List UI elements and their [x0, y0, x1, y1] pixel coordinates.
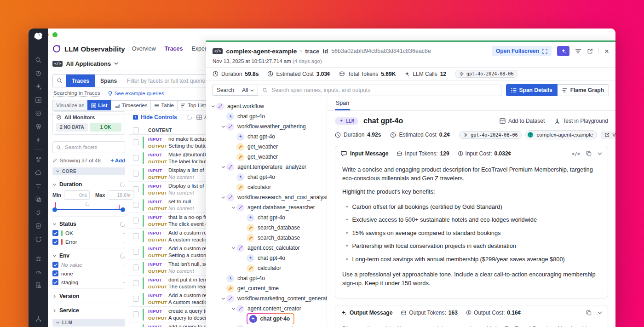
row-checkbox[interactable]	[133, 218, 139, 224]
tab-overview[interactable]: Overview	[132, 44, 156, 54]
copy-icon[interactable]	[586, 310, 592, 316]
apm-icon[interactable]	[35, 183, 42, 189]
row-checkbox[interactable]	[133, 249, 139, 255]
facet-option-staging[interactable]: staging–	[52, 278, 125, 287]
search-icon[interactable]	[35, 57, 42, 63]
checkbox-checked[interactable]	[52, 270, 58, 276]
content-column-header[interactable]: CONTENT	[148, 128, 172, 133]
bits-ai-icon[interactable]	[35, 83, 42, 90]
service-map-icon[interactable]	[35, 209, 42, 216]
span-search-input[interactable]	[270, 86, 496, 94]
history-icon[interactable]	[35, 70, 42, 77]
span-tree-item[interactable]: agent.workflow	[206, 101, 327, 111]
row-checkbox[interactable]	[133, 264, 139, 270]
checkbox-checked[interactable]	[52, 279, 58, 285]
hide-controls-button[interactable]: Hide Controls	[132, 114, 177, 120]
chevron-down-icon[interactable]	[220, 165, 226, 169]
cloud-icon[interactable]	[35, 169, 42, 176]
select-all-checkbox[interactable]	[133, 127, 139, 133]
checkbox-checked[interactable]	[52, 230, 58, 236]
model-badge[interactable]: gpt-4o-2024-08-06	[459, 131, 522, 139]
row-checkbox[interactable]	[133, 139, 139, 145]
facet-group-core[interactable]: CORE	[52, 167, 125, 175]
span-tree-item[interactable]: calculator	[206, 263, 327, 273]
span-tree-item[interactable]: get_weather	[206, 152, 327, 162]
flame-graph-view-button[interactable]: Flame Graph	[558, 84, 609, 96]
monitors-icon[interactable]	[35, 110, 42, 117]
chevron-down-icon[interactable]	[230, 206, 236, 210]
open-in-new-icon[interactable]	[587, 48, 593, 54]
bits-ai-button[interactable]	[557, 46, 569, 56]
dashboards-icon[interactable]	[35, 97, 42, 103]
span-tree-item[interactable]: agent.cost_calculator	[206, 243, 327, 253]
span-tree-item[interactable]: chat gpt-4o	[206, 253, 327, 263]
span-tree-item[interactable]: chat gpt-4o	[206, 273, 327, 283]
chevron-down-icon[interactable]	[220, 125, 226, 129]
span-tree-item[interactable]: workflow.weather_gathering	[206, 121, 327, 132]
facet-title[interactable]: Env	[52, 251, 125, 260]
checkbox-checked[interactable]	[52, 262, 58, 268]
span-tree-item[interactable]: agent.temperature_analyzer	[206, 162, 327, 172]
debug-icon[interactable]	[35, 255, 42, 262]
chevron-down-icon[interactable]	[220, 297, 226, 301]
tab-span[interactable]: Span	[335, 97, 350, 110]
span-tree-item[interactable]: workflow.research_and_cost_analysis	[206, 192, 327, 202]
infrastructure-icon[interactable]	[35, 156, 42, 163]
window-zoom-button[interactable]	[52, 32, 58, 37]
duration-slider[interactable]	[52, 201, 125, 214]
view-in-apm-button[interactable]: View in APM	[601, 131, 615, 139]
row-checkbox[interactable]	[133, 233, 139, 239]
model-badge[interactable]: gpt-4o-2024-08-06	[455, 70, 518, 78]
span-tree-item[interactable]: agent.database_researcher	[206, 202, 327, 212]
copy-icon[interactable]	[586, 151, 592, 156]
performance-icon[interactable]	[35, 269, 42, 275]
events-icon[interactable]	[35, 137, 42, 143]
span-tree-item[interactable]: agent.content_creator	[206, 304, 327, 314]
span-tree-item[interactable]: chat gpt-4o	[206, 111, 327, 121]
add-to-dataset-button[interactable]: Add to Dataset	[500, 118, 545, 124]
checkbox-checked[interactable]	[52, 239, 58, 245]
span-details-view-button[interactable]: Span Details	[506, 84, 558, 96]
trace-service-name[interactable]: complex-agent-example	[226, 48, 297, 55]
collapse-icon[interactable]	[598, 152, 602, 155]
security-icon[interactable]	[35, 223, 42, 229]
span-tree-item[interactable]: get_current_time	[206, 283, 327, 293]
chevron-down-icon[interactable]	[230, 307, 236, 311]
tab-traces[interactable]: Traces	[165, 44, 183, 54]
service-badge[interactable]: complex-agent-example	[525, 130, 597, 139]
facet-title[interactable]: Version	[52, 292, 125, 301]
facet-option-no-value[interactable]: No value–	[52, 260, 125, 269]
facet-search-input[interactable]	[64, 144, 121, 150]
span-tree-item[interactable]: search_database	[206, 223, 327, 233]
view-as-code-icon[interactable]: </>	[572, 151, 580, 156]
slider-handle-max[interactable]	[121, 207, 125, 212]
chevron-down-icon[interactable]	[220, 195, 226, 200]
add-facet-button[interactable]: +Add	[110, 157, 125, 164]
filter-scope-traces[interactable]: Traces	[66, 75, 95, 87]
monitors-no-data-badge[interactable]: 2 NO DATA	[56, 123, 88, 132]
example-queries-link[interactable]: See example queries	[108, 91, 164, 96]
close-panel-button[interactable]: ×	[604, 47, 609, 55]
row-checkbox[interactable]	[133, 311, 139, 317]
row-checkbox[interactable]	[133, 280, 139, 286]
integrations-icon[interactable]	[35, 123, 42, 130]
filter-scope-spans[interactable]: Spans	[95, 75, 122, 87]
row-checkbox[interactable]	[133, 171, 139, 177]
span-tree-item[interactable]: search_database	[206, 233, 327, 243]
test-in-playground-button[interactable]: Test in Playground	[555, 118, 608, 124]
datadog-logo-icon[interactable]	[33, 31, 44, 41]
duration-min-input[interactable]	[64, 190, 90, 200]
facet-title[interactable]: Service	[52, 306, 125, 315]
org-settings-icon[interactable]	[35, 316, 42, 322]
filter-columns-icon[interactable]	[575, 48, 581, 54]
searching-in-label[interactable]: Searching in Traces	[53, 90, 100, 97]
slider-handle-min[interactable]	[52, 207, 57, 212]
facet-title[interactable]: Duration	[52, 180, 125, 189]
span-tree-item[interactable]: chat gpt-4o	[206, 314, 327, 324]
row-checkbox[interactable]	[133, 202, 139, 208]
span-search-scope-select[interactable]: All	[238, 85, 258, 96]
span-tree-item[interactable]: agent.content_reviewer	[206, 324, 327, 327]
chevron-down-icon[interactable]	[210, 104, 216, 109]
facet-option-error[interactable]: Error–	[52, 237, 125, 246]
span-tree-item[interactable]: chat gpt-4o	[206, 212, 327, 223]
